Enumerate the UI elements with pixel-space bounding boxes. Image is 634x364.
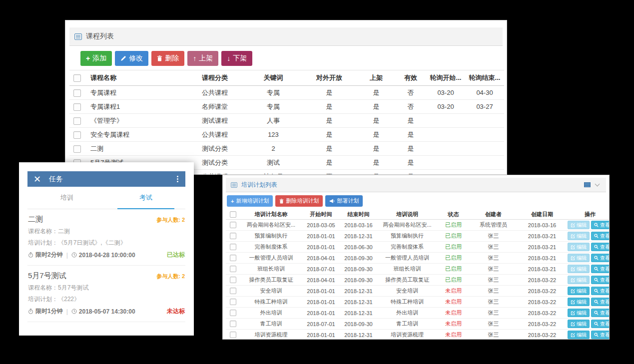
edit-button[interactable]: 编辑 [568,243,590,251]
view-button[interactable]: 查看 [591,254,610,262]
delete-course-label: 删除 [165,54,179,63]
plan-name-cell: 操作类员工取复证 [240,275,302,286]
valid-cell: 是 [395,128,426,142]
chevron-down-icon[interactable] [595,182,600,187]
tab-exam[interactable]: 考试 [106,187,185,209]
creator-cell: 系统管理员 [470,220,517,231]
row-checkbox[interactable] [230,244,236,250]
edit-course-button[interactable]: 修改 [115,51,148,66]
edit-square-icon [571,311,575,315]
col-actions: 操作 [567,209,610,220]
delete-plan-label: 删除培训计划 [286,197,319,205]
row-checkbox[interactable] [230,277,236,283]
row-checkbox[interactable] [73,145,81,153]
poll-start-cell [426,142,465,156]
edit-square-icon [571,278,575,282]
arrow-up-icon: ↑ [193,54,196,62]
col-course-name: 课程名称 [84,70,184,86]
poll-end-cell [465,114,504,128]
row-checkbox[interactable] [73,117,81,125]
task-datetime: 2018-05-07 14:30:00 [79,308,135,315]
view-button[interactable]: 查看 [591,320,610,328]
keyword-cell: 2 [245,142,301,156]
row-checkbox[interactable] [230,288,236,294]
edit-button[interactable]: 编辑 [568,287,590,295]
view-button[interactable]: 查看 [591,287,610,295]
col-course-category: 课程分类 [184,70,245,86]
create-date-cell: 2018-03-16 [517,220,567,231]
task-modal: ✕ 任务 培训 考试 二测 参与人数: 2 课程名称：二测 培训计划：《5月7日… [19,162,194,336]
plus-icon: + [86,54,90,62]
unpublish-course-button[interactable]: ↓ 下架 [221,51,252,66]
edit-button[interactable]: 编辑 [568,320,590,328]
select-all-checkbox[interactable] [73,74,81,82]
publish-course-button[interactable]: ↑ 上架 [187,51,218,66]
view-button[interactable]: 查看 [591,276,610,284]
delete-course-button[interactable]: 删除 [151,51,184,66]
table-row: 青工培训 2018-07-01 2018-09-30 青工培训 未启用 张三 2… [226,319,610,330]
on-shelf-cell: 是 [357,128,395,142]
course-table-header: 课程名称 课程分类 关键词 对外开放 上架 有效 轮询开始... 轮询结束... [69,70,504,86]
kebab-menu-icon[interactable] [176,175,179,183]
view-button[interactable]: 查看 [591,298,610,306]
edit-button[interactable]: 编辑 [568,276,590,284]
list-item[interactable]: 5月7号测试 参与人数: 2 课程名称：5月7号测试 培训计划：《222》 限时… [27,266,185,322]
header-checkbox-cell [226,209,240,220]
participants-count: 参与人数: 2 [156,273,185,280]
view-button[interactable]: 查看 [591,232,610,240]
poll-end-cell [465,156,504,170]
delete-plan-button[interactable]: 删除培训计划 [275,195,323,207]
edit-button[interactable]: 编辑 [568,232,590,240]
open-cell: 是 [301,128,357,142]
view-button[interactable]: 查看 [591,309,610,317]
view-button[interactable]: 查看 [591,265,610,273]
row-checkbox[interactable] [230,310,236,316]
col-creator: 创建者 [470,209,517,220]
select-all-checkbox[interactable] [230,211,236,218]
add-course-button[interactable]: + 添加 [80,51,112,66]
keyword-cell: 测试 [245,156,301,170]
close-icon[interactable]: ✕ [33,175,41,184]
edit-button[interactable]: 编辑 [568,221,590,229]
status-badge: 已启用 [437,220,470,231]
row-checkbox[interactable] [230,233,236,239]
edit-button[interactable]: 编辑 [568,331,590,339]
time-limit: 限时1分钟 [35,307,63,316]
add-plan-button[interactable]: + 新增培训计划 [227,195,273,207]
row-checkbox[interactable] [230,255,236,261]
edit-button[interactable]: 编辑 [568,265,590,273]
start-time-cell: 2018-04-01 [302,253,340,264]
edit-course-label: 修改 [129,54,143,63]
open-cell: 是 [301,156,357,170]
edit-button[interactable]: 编辑 [568,309,590,317]
magnifier-icon [594,278,599,282]
row-checkbox[interactable] [230,266,236,272]
list-item[interactable]: 二测 参与人数: 2 课程名称：二测 培训计划：《5月7日测试》,《二测》 限时… [27,209,185,266]
edit-button[interactable]: 编辑 [568,254,590,262]
grid-icon[interactable] [584,182,591,187]
result-badge: 未达标 [167,307,185,316]
megaphone-icon [329,199,335,204]
row-checkbox[interactable] [230,299,236,305]
on-shelf-cell: 是 [357,114,395,128]
row-checkbox[interactable] [230,332,236,338]
deploy-plan-button[interactable]: 部署计划 [325,195,363,207]
row-checkbox[interactable] [230,321,236,327]
view-button[interactable]: 查看 [591,243,610,251]
edit-button[interactable]: 编辑 [568,298,590,306]
edit-square-icon [571,322,575,326]
row-checkbox[interactable] [230,222,236,228]
row-checkbox[interactable] [73,131,81,139]
open-cell: 是 [301,114,357,128]
start-time-cell: 2018-01-01 [302,231,340,242]
course-category-cell: 名师课堂 [184,100,245,114]
view-button[interactable]: 查看 [591,221,610,229]
col-start-time: 开始时间 [302,209,340,220]
tab-training[interactable]: 培训 [27,187,106,209]
row-checkbox[interactable] [73,89,81,97]
view-button[interactable]: 查看 [591,331,610,339]
table-row: 预算编制执行 2018-01-01 2018-12-31 预算编制执行 已启用 … [226,231,610,242]
actions-cell: 编辑 查看 [567,231,610,242]
row-checkbox[interactable] [73,103,81,111]
description-cell: 两会期间各站区安... [377,220,437,231]
